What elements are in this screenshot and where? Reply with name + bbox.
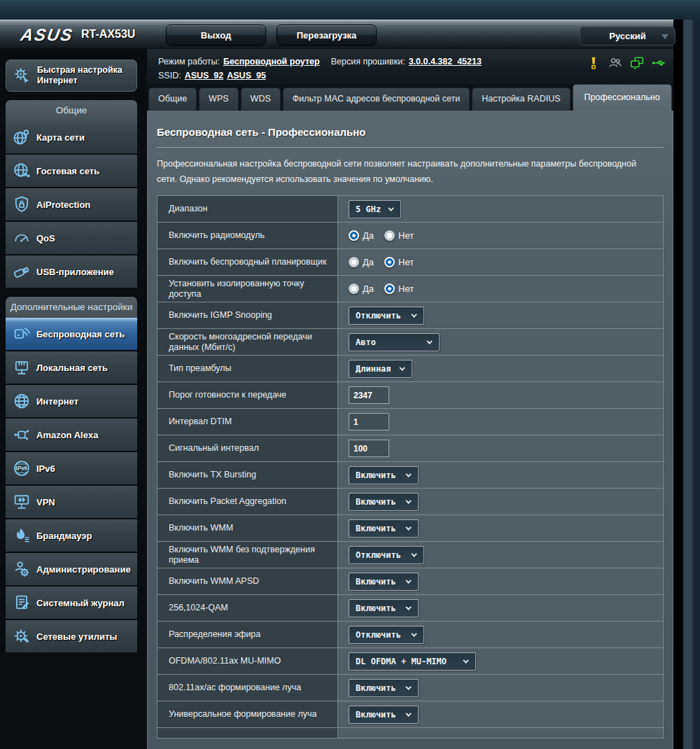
dropdown-select[interactable]: Отключить xyxy=(349,626,424,644)
form-row-value: Включить xyxy=(338,701,663,727)
form-row-value: Включить xyxy=(338,515,663,541)
form-row: Сигнальный интервал xyxy=(158,435,663,462)
dropdown-select[interactable]: Включить xyxy=(349,519,419,538)
usb-icon[interactable] xyxy=(651,55,666,71)
language-select[interactable]: Русский xyxy=(580,27,676,46)
quick-setup-button[interactable]: Быстрая настройка Интернет xyxy=(6,59,137,92)
clients-icon[interactable] xyxy=(608,55,623,71)
radio-selected-icon[interactable] xyxy=(384,257,395,267)
text-input[interactable] xyxy=(349,413,389,430)
sidebar-item-wan[interactable]: Интернет xyxy=(6,385,137,417)
radio-selected-icon[interactable] xyxy=(349,230,359,241)
sidebar-item-label: IPv6 xyxy=(36,463,55,474)
radio-option[interactable]: Да xyxy=(349,230,374,241)
firewall-icon xyxy=(10,524,34,547)
main-content: Режим работы: Беспроводной роутер Версия… xyxy=(147,49,673,749)
radio-unselected-icon[interactable] xyxy=(349,284,359,294)
sidebar-item-administration[interactable]: Администрирование xyxy=(6,553,137,585)
dropdown-select[interactable]: Включить xyxy=(349,573,419,591)
sidebar-item-label: AiProtection xyxy=(36,200,90,210)
firmware-link[interactable]: 3.0.0.4.382_45213 xyxy=(409,57,482,66)
radio-option[interactable]: Да xyxy=(349,284,374,294)
dropdown-select[interactable]: Отключить xyxy=(349,546,424,564)
radio-option[interactable]: Нет xyxy=(384,230,414,241)
sidebar-item-alexa[interactable]: Amazon Alexa xyxy=(6,419,137,451)
dropdown-value: Авто xyxy=(356,337,376,347)
status-icons xyxy=(586,55,666,71)
tab-настройка-radius[interactable]: Настройка RADIUS xyxy=(472,88,570,111)
sidebar-item-label: USB-приложение xyxy=(36,267,114,277)
dropdown-value: Включить xyxy=(356,683,396,693)
tab-общие[interactable]: Общие xyxy=(148,88,197,111)
mode-link[interactable]: Беспроводной роутер xyxy=(223,57,320,66)
dropdown-select[interactable]: Отключить xyxy=(349,307,424,325)
chevron-down-icon xyxy=(463,657,468,663)
form-row-value: Включить xyxy=(338,675,663,701)
aiprotection-icon xyxy=(10,193,34,216)
radio-selected-icon[interactable] xyxy=(384,284,395,294)
sidebar-item-ipv6[interactable]: IPv6IPv6 xyxy=(6,452,137,484)
dropdown-select[interactable]: Включить xyxy=(349,679,419,697)
text-input[interactable] xyxy=(349,440,389,457)
radio-unselected-icon[interactable] xyxy=(384,230,395,241)
tab-профессионально[interactable]: Профессионально xyxy=(573,84,672,111)
sidebar-item-guest-network[interactable]: Гостевая сеть xyxy=(6,155,137,187)
dropdown-select[interactable]: 5 GHz xyxy=(349,200,401,218)
logout-button[interactable]: Выход xyxy=(166,24,266,46)
tab-wps[interactable]: WPS xyxy=(199,88,238,111)
dropdown-select[interactable]: Длинная xyxy=(349,360,412,378)
form-row-label: Тип преамбулы xyxy=(158,356,338,382)
devices-icon[interactable] xyxy=(629,55,645,71)
form-row: Диапазон5 GHz xyxy=(158,196,663,223)
ssid-link-2[interactable]: ASUS_95 xyxy=(227,71,266,80)
form-row-value: Авто xyxy=(338,329,663,355)
tab-wds[interactable]: WDS xyxy=(241,88,281,111)
sidebar-item-network-map[interactable]: Карта сети xyxy=(6,121,137,153)
sidebar-item-firewall[interactable]: Брандмауэр xyxy=(6,519,137,552)
sidebar-item-lan[interactable]: Локальная сеть xyxy=(6,351,137,384)
form-row: Порог готовности к передаче xyxy=(158,382,663,409)
dropdown-value: Включить xyxy=(356,524,396,533)
lan-icon xyxy=(10,356,34,379)
form-row: Интервал DTIM xyxy=(158,409,663,435)
form-row-label: Сигнальный интервал xyxy=(158,435,338,461)
guest-network-icon xyxy=(10,160,34,182)
form-row-value xyxy=(338,435,663,461)
form-row-label: Порог готовности к передаче xyxy=(158,382,338,408)
dropdown-select[interactable]: Включить xyxy=(349,706,419,724)
sidebar-item-aiprotection[interactable]: AiProtection xyxy=(6,188,137,220)
text-input[interactable] xyxy=(349,386,389,404)
radio-option[interactable]: Нет xyxy=(384,284,414,294)
dropdown-value: Включить xyxy=(356,710,396,720)
form-row: 256,1024-QAMВключить xyxy=(158,595,663,622)
sidebar-item-wireless[interactable]: Беспроводная сеть xyxy=(6,318,137,350)
sidebar-nav: Быстрая настройка Интернет ОбщиеКарта се… xyxy=(0,49,147,749)
radio-option-label: Да xyxy=(363,257,374,267)
reboot-button[interactable]: Перезагрузка xyxy=(276,24,377,46)
radio-option[interactable]: Нет xyxy=(384,257,414,267)
dropdown-value: Включить xyxy=(356,577,396,587)
dropdown-select[interactable]: Включить xyxy=(349,599,419,617)
top-strip xyxy=(0,0,700,20)
dropdown-select[interactable]: DL OFDMA + MU-MIMO xyxy=(349,652,476,671)
title-divider xyxy=(157,147,664,148)
dropdown-value: Включить xyxy=(356,603,396,613)
ssid-link-1[interactable]: ASUS_92 xyxy=(185,71,224,80)
radio-unselected-icon[interactable] xyxy=(349,257,359,267)
form-row-value: 5 GHz xyxy=(338,196,663,222)
sidebar-item-qos[interactable]: QoS xyxy=(6,222,137,254)
dropdown-select[interactable]: Авто xyxy=(349,333,440,351)
sidebar-item-vpn[interactable]: VPN xyxy=(6,486,137,518)
dropdown-select[interactable]: Включить xyxy=(349,493,419,511)
language-value: Русский xyxy=(609,31,646,41)
dropdown-value: DL OFDMA + MU-MIMO xyxy=(356,657,447,666)
radio-option[interactable]: Да xyxy=(349,257,374,267)
dropdown-value: Отключить xyxy=(356,630,401,640)
dropdown-select[interactable]: Включить xyxy=(349,466,419,484)
tab-фильтр-mac-адресов-беспроводной-сети[interactable]: Фильтр MAC адресов беспроводной сети xyxy=(283,88,470,111)
sidebar-item-network-tools[interactable]: Сетевые утилиты xyxy=(6,620,137,652)
sidebar-item-usb-app[interactable]: USB-приложение xyxy=(6,255,137,288)
warning-icon[interactable] xyxy=(586,55,601,71)
radio-option-label: Нет xyxy=(398,230,414,241)
sidebar-item-syslog[interactable]: Системный журнал xyxy=(6,587,137,619)
